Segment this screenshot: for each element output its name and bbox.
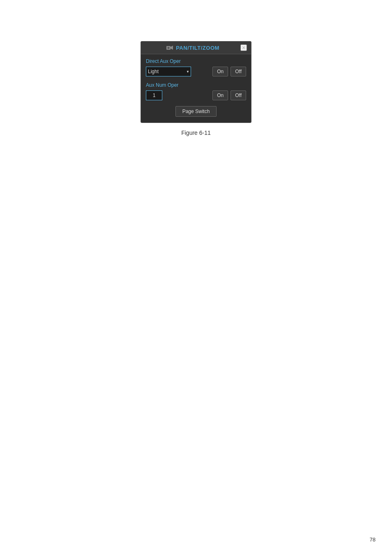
dialog-body: Direct Aux Oper Light Wiper Heater On Of… — [141, 54, 251, 123]
aux-num-label: Aux Num Oper — [146, 82, 246, 88]
dialog-wrapper: PAN/TILT/ZOOM × Direct Aux Oper Light Wi… — [141, 41, 251, 136]
aux-dropdown-wrapper[interactable]: Light Wiper Heater — [146, 67, 191, 76]
aux-num-controls: On Off — [146, 90, 246, 100]
direct-aux-off-button[interactable]: Off — [231, 67, 246, 76]
dialog-title-area: PAN/TILT/ZOOM — [145, 44, 240, 51]
page-container: PAN/TILT/ZOOM × Direct Aux Oper Light Wi… — [0, 0, 392, 555]
close-button[interactable]: × — [240, 44, 247, 51]
svg-point-2 — [168, 47, 170, 49]
figure-caption: Figure 6-11 — [181, 130, 211, 136]
dialog-title: PAN/TILT/ZOOM — [176, 45, 219, 51]
page-switch-button[interactable]: Page Switch — [175, 106, 217, 117]
dialog-titlebar: PAN/TILT/ZOOM × — [141, 42, 251, 54]
page-switch-row: Page Switch — [146, 106, 246, 117]
aux-num-on-button[interactable]: On — [212, 90, 228, 100]
svg-marker-1 — [171, 46, 173, 50]
aux-num-off-button[interactable]: Off — [231, 90, 246, 100]
aux-dropdown[interactable]: Light Wiper Heater — [146, 67, 191, 76]
camera-icon — [166, 44, 173, 51]
direct-aux-controls: Light Wiper Heater On Off — [146, 67, 246, 76]
page-number: 78 — [370, 536, 376, 543]
aux-num-input[interactable] — [146, 90, 162, 100]
pan-tilt-zoom-dialog: PAN/TILT/ZOOM × Direct Aux Oper Light Wi… — [141, 41, 251, 123]
direct-aux-label: Direct Aux Oper — [146, 58, 246, 64]
direct-aux-on-button[interactable]: On — [212, 67, 228, 76]
